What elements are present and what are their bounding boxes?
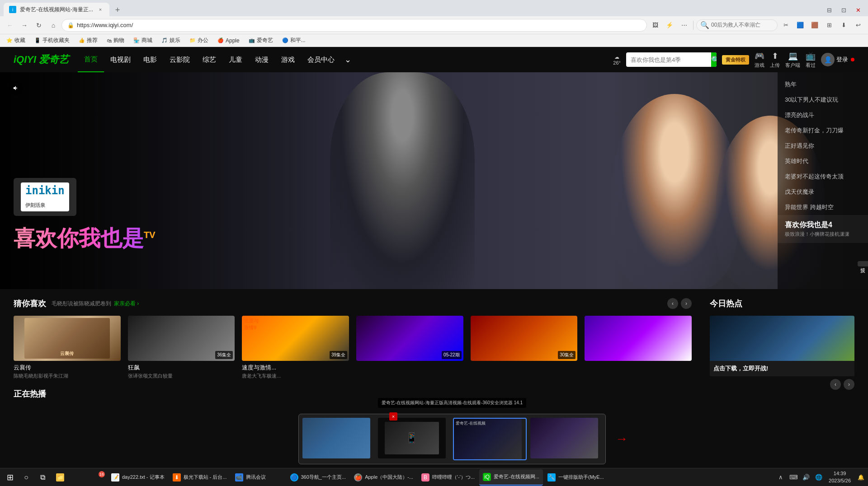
card-thumb-concert: 05-22期 (356, 316, 463, 361)
search-input[interactable] (626, 56, 711, 63)
taskbar-app-apple[interactable]: 🍎 Apple（中国大陆）-... (350, 469, 417, 486)
card-yunchuan[interactable]: 云襄传 云襄传 陈晓毛晓彤影视手朱江湖 (14, 316, 121, 379)
taskbar-app-tencent[interactable]: 📹 腾讯会议 (231, 469, 286, 486)
nav-link-games[interactable]: 游戏 (275, 47, 301, 72)
bookmark-game[interactable]: 🔵 和平... (279, 36, 308, 45)
tag-label[interactable]: 家亲必看 › (114, 300, 139, 308)
show-item-6[interactable]: 英雄时代 (778, 154, 868, 169)
show-item-7[interactable]: 老婆对不起这传奇太顶 (778, 169, 868, 184)
bookmark-mobile[interactable]: 📱 手机收藏夹 (32, 36, 72, 45)
nav-link-variety[interactable]: 综艺 (196, 47, 222, 72)
tray-keyboard-icon[interactable]: ⌨ (788, 469, 799, 486)
nav-link-cloud[interactable]: 云影院 (163, 47, 196, 72)
vip-badge[interactable]: 黄金特权 (722, 55, 749, 65)
show-item-8[interactable]: 戊天伏魔录 (778, 184, 868, 200)
nav-link-vip[interactable]: 会员中心 (301, 47, 341, 72)
show-item-9[interactable]: 异能世界 跨越时空 (778, 200, 868, 215)
card-speed[interactable]: 39集全 速度与激情9 速度与激情... 唐老大飞车极速... (242, 316, 349, 379)
home-button[interactable]: ⌂ (47, 19, 60, 32)
tray-up-arrow[interactable]: ∧ (775, 469, 786, 486)
scissors-button[interactable]: ✂ (779, 19, 792, 32)
taskbar-app-explorer[interactable]: 📁 16 (52, 469, 107, 486)
browser-tab-iqiyi[interactable]: i 爱奇艺-在线视频网站-海量正... × (4, 3, 109, 16)
taskbar-app-notepad[interactable]: 📝 day222.txt - 记事本 (108, 469, 168, 486)
search-box[interactable]: 🔍 (626, 52, 717, 67)
nav-link-tv[interactable]: 电视剧 (104, 47, 137, 72)
refresh-button[interactable]: ↻ (33, 19, 45, 32)
nav-action-watched[interactable]: 📺 看过 (806, 51, 816, 69)
nav-action-games[interactable]: 🎮 游戏 (755, 51, 764, 69)
restore-button[interactable]: ⊡ (837, 5, 850, 14)
extension1-button[interactable]: 🟦 (794, 19, 807, 32)
bookmark-iqiyi[interactable]: 📺 爱奇艺 (246, 36, 276, 45)
bookmark-shopping[interactable]: 🛍 购物 (104, 36, 127, 45)
nav-link-anime[interactable]: 动漫 (249, 47, 275, 72)
show-item-highlighted[interactable]: 喜欢你我也是4 极致浪漫！小狮牌花接机潇潇 (778, 215, 868, 243)
browser-search-text[interactable]: 00后为救人不幸溺亡 (711, 21, 760, 29)
feedback-button[interactable]: 反馈 (858, 261, 868, 266)
card-concert[interactable]: 05-22期 (356, 316, 463, 379)
tray-volume-icon[interactable]: 🔊 (801, 469, 811, 486)
hero-section[interactable]: inikin 伊刻活泉 喜欢你我也是TV 熟年 30以下男人不建议玩 漂亮的战斗… (0, 72, 868, 289)
hot-prev-button[interactable]: ‹ (830, 379, 841, 390)
show-item-2[interactable]: 30以下男人不建议玩 (778, 92, 868, 107)
nav-link-kids[interactable]: 儿童 (222, 47, 249, 72)
taskbar-app-jiguang[interactable]: ⬇ 极光下载站 - 后台... (169, 469, 231, 486)
close-button[interactable]: ✕ (852, 5, 864, 14)
preview-card-4[interactable] (530, 418, 602, 460)
show-item-3[interactable]: 漂亮的战斗 (778, 107, 868, 123)
tray-network-icon[interactable]: 🌐 (813, 469, 824, 486)
bookmark-recommend[interactable]: 👍 推荐 (76, 36, 100, 45)
card-wedding[interactable]: 30集全 (471, 316, 578, 379)
game-ad-banner[interactable]: 点击下载，立即开战! (710, 316, 854, 376)
extension2-button[interactable]: 🟫 (808, 19, 821, 32)
card-fengkuang[interactable]: 36集全 狂飙 张译张颂文黑白较量 (128, 316, 235, 379)
nav-more-button[interactable]: ⌄ (341, 55, 355, 65)
taskbar-app-helper[interactable]: 🔧 一键排版助手(MyE... (544, 469, 608, 486)
start-button[interactable]: ⊞ (2, 469, 18, 486)
bookmark-office[interactable]: 📁 办公 (187, 36, 211, 45)
forward-button[interactable]: → (18, 19, 31, 32)
preview-close-button[interactable]: × (389, 412, 397, 421)
preview-card-2[interactable]: 📱 (378, 418, 450, 460)
nav-link-home[interactable]: 首页 (78, 47, 104, 72)
card-show6[interactable] (585, 316, 692, 379)
minimize-button[interactable]: ⊟ (823, 5, 835, 14)
task-view-button[interactable]: ⧉ (34, 469, 51, 486)
taskbar-app-bilibili[interactable]: B 哔哩哔哩（'-'）つ... (418, 469, 478, 486)
show-item-1[interactable]: 熟年 (778, 77, 868, 92)
back-button[interactable]: ← (4, 19, 16, 32)
taskbar-search-button[interactable]: ○ (18, 469, 34, 486)
hot-next-button[interactable]: › (844, 379, 854, 390)
prev-button[interactable]: ‹ (667, 298, 678, 309)
bookmark-mall[interactable]: 🏪 商城 (131, 36, 155, 45)
grid-button[interactable]: ⊞ (823, 19, 835, 32)
mute-button[interactable] (9, 81, 23, 95)
nav-link-movie[interactable]: 电影 (137, 47, 163, 72)
show-item-5[interactable]: 正好遇见你 (778, 138, 868, 154)
bookmark-favorites[interactable]: ⭐ 收藏 (4, 36, 28, 45)
lightning-button[interactable]: ⚡ (663, 19, 676, 32)
download-button[interactable]: ⬇ (837, 19, 850, 32)
iqiyi-logo[interactable]: iQIYI 爱奇艺 (14, 53, 69, 66)
screenshot-button[interactable]: 🖼 (649, 19, 661, 32)
more-button[interactable]: ⋯ (678, 19, 690, 32)
bookmark-apple[interactable]: 🍎 Apple (215, 37, 242, 45)
system-clock[interactable]: 14:39 2023/5/26 (826, 470, 854, 484)
taskbar-app-iqiyi[interactable]: iQ 爱奇艺-在线视频网... (479, 469, 543, 486)
taskbar-app-360[interactable]: 🔵 360导航_一个主页... (287, 469, 350, 486)
notification-button[interactable]: 🔔 (855, 469, 866, 486)
new-tab-button[interactable]: + (111, 4, 124, 16)
next-button[interactable]: › (681, 298, 692, 309)
show-item-4[interactable]: 老传奇新打金，刀刀爆 (778, 123, 868, 138)
login-button[interactable]: 👤 登录 (821, 53, 854, 66)
search-button[interactable]: 🔍 (711, 52, 717, 67)
preview-card-3[interactable]: 爱奇艺-在线视频 (453, 418, 527, 460)
bookmark-entertainment[interactable]: 🎵 娱乐 (159, 36, 183, 45)
tab-close-button[interactable]: × (97, 6, 104, 13)
address-bar[interactable]: 🔒 https://www.iqiyi.com/ (61, 19, 647, 32)
preview-card-1[interactable] (302, 418, 374, 460)
nav-action-client[interactable]: 💻 客户端 (785, 51, 800, 69)
nav-action-upload[interactable]: ⬆ 上传 (770, 51, 780, 69)
undo-button[interactable]: ↩ (852, 19, 864, 32)
